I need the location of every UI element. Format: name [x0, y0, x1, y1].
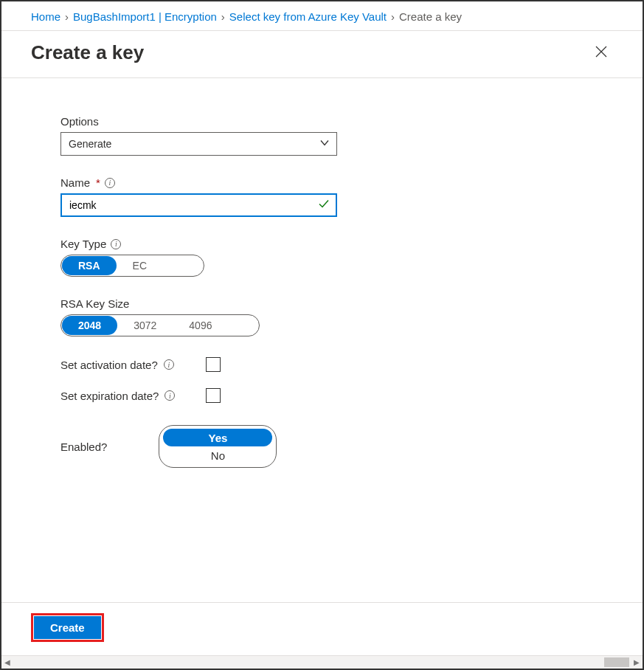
field-activation: Set activation date? i — [60, 357, 584, 372]
form-area: Options Generate Name * i Key Type i RSA — [1, 78, 643, 483]
expiration-label: Set expiration date? — [60, 390, 159, 402]
key-size-toggle: 2048 3072 4096 — [60, 314, 260, 336]
chevron-right-icon: › — [391, 10, 395, 23]
field-enabled: Enabled? Yes No — [60, 425, 584, 468]
close-icon — [595, 46, 607, 58]
required-marker: * — [96, 176, 100, 189]
enabled-toggle: Yes No — [159, 425, 277, 468]
field-name: Name * i — [60, 176, 584, 217]
info-icon[interactable]: i — [164, 359, 174, 370]
scroll-thumb[interactable] — [604, 657, 629, 667]
key-type-toggle: RSA EC — [60, 255, 204, 277]
activation-label: Set activation date? — [60, 359, 158, 371]
key-type-label-row: Key Type i — [60, 238, 584, 250]
key-size-3072[interactable]: 3072 — [117, 316, 173, 335]
key-type-ec[interactable]: EC — [117, 256, 163, 275]
key-size-label: RSA Key Size — [60, 297, 584, 310]
expiration-checkbox[interactable] — [206, 388, 221, 403]
key-size-4096[interactable]: 4096 — [173, 316, 228, 335]
breadcrumb-encryption[interactable]: BugBashImport1 | Encryption — [73, 10, 217, 23]
field-key-size: RSA Key Size 2048 3072 4096 — [60, 297, 584, 336]
info-icon[interactable]: i — [111, 239, 121, 249]
page-title: Create a key — [31, 41, 144, 64]
key-type-label: Key Type — [60, 238, 106, 250]
scroll-left-icon[interactable]: ◀ — [1, 658, 13, 666]
scroll-right-icon[interactable]: ▶ — [631, 658, 643, 666]
breadcrumb-home[interactable]: Home — [31, 10, 60, 23]
name-label: Name — [60, 176, 90, 189]
options-value: Generate — [60, 132, 337, 156]
chevron-right-icon: › — [221, 10, 225, 23]
enabled-no[interactable]: No — [163, 446, 272, 464]
name-input[interactable] — [60, 193, 337, 217]
breadcrumb-current: Create a key — [399, 10, 462, 23]
field-options: Options Generate — [60, 115, 584, 156]
enabled-label: Enabled? — [60, 441, 107, 453]
chevron-right-icon: › — [65, 10, 69, 23]
field-expiration: Set expiration date? i — [60, 388, 584, 403]
key-type-rsa[interactable]: RSA — [62, 256, 117, 275]
close-button[interactable] — [589, 41, 613, 64]
horizontal-scrollbar[interactable]: ◀ ▶ — [1, 655, 643, 669]
info-icon[interactable]: i — [105, 178, 115, 188]
field-key-type: Key Type i RSA EC — [60, 238, 584, 277]
name-label-row: Name * i — [60, 176, 584, 189]
breadcrumb: Home › BugBashImport1 | Encryption › Sel… — [1, 1, 643, 31]
title-row: Create a key — [1, 31, 643, 78]
key-size-2048[interactable]: 2048 — [62, 316, 117, 335]
footer: Create — [1, 602, 643, 652]
activation-checkbox[interactable] — [206, 357, 221, 372]
options-label: Options — [60, 115, 584, 128]
create-highlight-box: Create — [31, 613, 104, 642]
info-icon[interactable]: i — [165, 390, 175, 401]
create-button[interactable]: Create — [34, 616, 101, 639]
enabled-yes[interactable]: Yes — [163, 429, 272, 446]
breadcrumb-select-key[interactable]: Select key from Azure Key Vault — [229, 10, 387, 23]
options-select[interactable]: Generate — [60, 132, 337, 156]
